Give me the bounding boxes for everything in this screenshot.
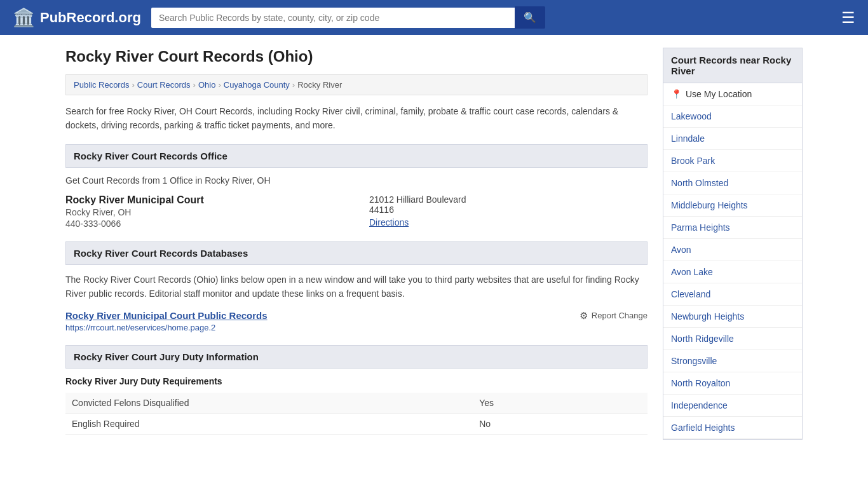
menu-button[interactable]: ☰ [841,9,855,27]
jury-row-value: No [473,413,648,434]
sidebar-list: 📍 Use My Location LakewoodLinndaleBrook … [663,83,803,440]
office-sub-description: Get Court Records from 1 Office in Rocky… [65,175,648,186]
directions-link[interactable]: Directions [369,217,409,227]
main-content: Rocky River Court Records (Ohio) Public … [65,48,648,447]
sidebar-item[interactable]: North Olmsted [663,172,802,194]
court-record: Rocky River Municipal Court Rocky River,… [65,194,648,229]
databases-section: Rocky River Court Records Databases The … [65,241,648,332]
jury-row-label: Convicted Felons Disqualified [65,393,473,414]
use-location-label: Use My Location [686,89,752,99]
db-record-name[interactable]: Rocky River Municipal Court Public Recor… [65,310,268,321]
sidebar-item[interactable]: Garfield Heights [663,417,802,439]
db-record-url[interactable]: https://rrcourt.net/eservices/home.page.… [65,323,268,332]
jury-table-row: English RequiredNo [65,413,648,434]
sidebar-item[interactable]: Brook Park [663,150,802,172]
page-title: Rocky River Court Records (Ohio) [65,48,648,65]
databases-section-header: Rocky River Court Records Databases [65,241,648,265]
jury-row-label: English Required [65,413,473,434]
page-description: Search for free Rocky River, OH Court Re… [65,104,648,133]
logo[interactable]: 🏛️ PubRecord.org [13,7,141,28]
jury-table: Convicted Felons DisqualifiedYesEnglish … [65,393,648,435]
db-record: Rocky River Municipal Court Public Recor… [65,310,648,332]
sidebar-item[interactable]: Avon [663,239,802,261]
breadcrumb-court-records[interactable]: Court Records [137,80,191,90]
breadcrumb-sep-3: › [218,80,220,90]
sidebar-item[interactable]: Middleburg Heights [663,194,802,217]
search-bar: 🔍 [151,6,545,29]
logo-text: PubRecord.org [40,10,141,26]
sidebar-item[interactable]: Newburgh Heights [663,306,802,328]
report-change-label: Report Change [592,311,648,320]
sidebar-item[interactable]: Linndale [663,128,802,150]
office-section: Rocky River Court Records Office Get Cou… [65,144,648,229]
jury-section-header: Rocky River Court Jury Duty Information [65,345,648,369]
breadcrumb-sep-4: › [292,80,295,90]
sidebar-item[interactable]: Parma Heights [663,217,802,239]
court-left: Rocky River Municipal Court Rocky River,… [65,194,344,229]
report-change-icon: ⚙ [580,310,588,322]
sidebar-item[interactable]: Avon Lake [663,261,802,283]
breadcrumb-sep-2: › [193,80,196,90]
hamburger-icon: ☰ [841,9,855,26]
search-icon: 🔍 [524,12,536,23]
sidebar: Court Records near Rocky River 📍 Use My … [663,48,803,447]
sidebar-use-location[interactable]: 📍 Use My Location [663,83,802,105]
office-section-header: Rocky River Court Records Office [65,144,648,168]
breadcrumb-cuyahoga[interactable]: Cuyahoga County [224,80,290,90]
sidebar-item[interactable]: North Ridgeville [663,328,802,350]
db-record-left: Rocky River Municipal Court Public Recor… [65,310,268,332]
sidebar-items-container: LakewoodLinndaleBrook ParkNorth OlmstedM… [663,105,802,439]
jury-table-row: Convicted Felons DisqualifiedYes [65,393,648,414]
sidebar-item[interactable]: North Royalton [663,372,802,395]
search-input[interactable] [151,8,515,28]
databases-description: The Rocky River Court Records (Ohio) lin… [65,273,648,301]
breadcrumb: Public Records › Court Records › Ohio › … [65,74,648,95]
report-change-button[interactable]: ⚙ Report Change [580,310,648,322]
court-zip: 44116 [369,205,648,215]
court-address-street: 21012 Hilliard Boulevard [369,194,648,205]
sidebar-item[interactable]: Cleveland [663,283,802,306]
breadcrumb-public-records[interactable]: Public Records [74,80,129,90]
breadcrumb-sep-1: › [132,80,134,90]
content-area: Rocky River Court Records (Ohio) Public … [53,35,815,447]
sidebar-item[interactable]: Lakewood [663,105,802,128]
location-pin-icon: 📍 [671,89,682,99]
jury-sub-header: Rocky River Jury Duty Requirements [65,376,648,386]
building-icon: 🏛️ [13,7,35,28]
court-right: 21012 Hilliard Boulevard 44116 Direction… [369,194,648,229]
court-phone: 440-333-0066 [65,219,344,229]
jury-section: Rocky River Court Jury Duty Information … [65,345,648,435]
breadcrumb-rocky-river: Rocky River [297,80,342,90]
sidebar-item[interactable]: Strongsville [663,350,802,372]
jury-row-value: Yes [473,393,648,414]
breadcrumb-ohio[interactable]: Ohio [198,80,215,90]
court-name: Rocky River Municipal Court [65,194,344,206]
sidebar-header: Court Records near Rocky River [663,48,803,83]
header: 🏛️ PubRecord.org 🔍 ☰ [0,0,868,35]
court-city-state: Rocky River, OH [65,207,344,217]
sidebar-item[interactable]: Independence [663,395,802,417]
search-button[interactable]: 🔍 [515,6,545,29]
court-details: Rocky River Municipal Court Rocky River,… [65,194,648,229]
